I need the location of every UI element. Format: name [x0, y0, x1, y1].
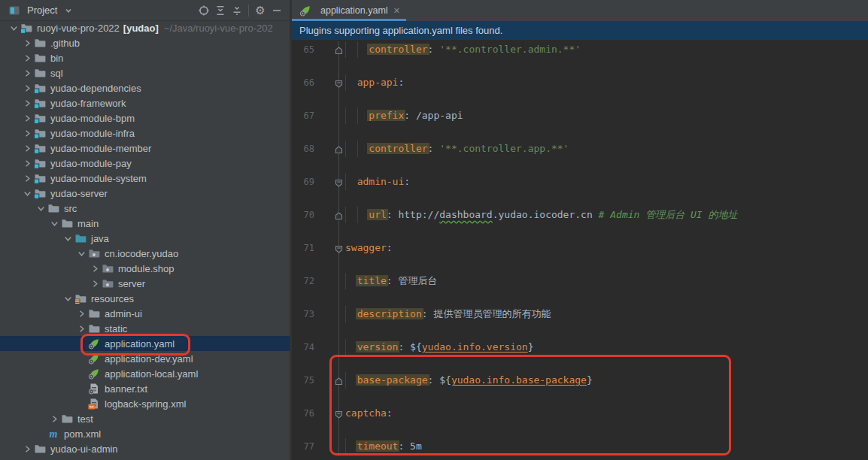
code-token[interactable]: yudao.info.base-package [451, 374, 587, 386]
chevron-expanded-icon[interactable] [21, 187, 34, 199]
code-line-66[interactable]: 66 app-api: [292, 74, 868, 91]
chevron-collapsed-icon[interactable] [21, 443, 34, 455]
code-token: : [428, 143, 440, 154]
chevron-expanded-icon[interactable] [62, 292, 74, 304]
tree-item-label: resources [91, 293, 134, 304]
dropdown-chevron-icon[interactable] [60, 2, 77, 19]
settings-gear-icon[interactable]: ⚙ [252, 2, 269, 19]
tree-item-yudao-module-infra[interactable]: yudao-module-infra [0, 126, 290, 141]
tree-item-pom.xml[interactable]: mpom.xml [0, 426, 290, 441]
code-line-68[interactable]: 68 controller: '**.controller.app.**' [292, 141, 868, 157]
code-line-71[interactable]: 71swagger: [292, 240, 868, 256]
tree-item-yudao-ui-admin[interactable]: yudao-ui-admin [0, 441, 290, 456]
chevron-collapsed-icon[interactable] [89, 262, 102, 274]
code-area[interactable]: 65 controller: '**.controller.admin.**'6… [292, 40, 868, 460]
maven-icon: m [47, 428, 59, 440]
chevron-collapsed-icon[interactable] [21, 112, 34, 124]
code-line-74[interactable]: 74 version: ${yudao.info.version} [292, 339, 868, 356]
tree-item-src[interactable]: src [0, 201, 290, 216]
code-token: : 提供管理员管理的所有功能 [422, 308, 551, 319]
code-line-76[interactable]: 76captcha: [292, 405, 868, 422]
chevron-collapsed-icon[interactable] [75, 322, 88, 334]
chevron-collapsed-icon[interactable] [21, 82, 34, 94]
tree-item-label: module.shop [118, 263, 174, 274]
tree-item-yudao-dependencies[interactable]: yudao-dependencies [0, 80, 290, 95]
tree-item-yudao-server[interactable]: yudao-server [0, 186, 290, 201]
chevron-collapsed-icon[interactable] [21, 142, 34, 154]
tree-item-resources[interactable]: resources [0, 291, 290, 306]
tree-item-module.shop[interactable]: module.shop [0, 261, 290, 276]
code-line-75[interactable]: 75 base-package: ${yudao.info.base-packa… [292, 372, 868, 389]
hide-panel-icon[interactable] [269, 2, 285, 19]
tree-item-ruoyi-vue-pro-2022[interactable]: ruoyi-vue-pro-2022[yudao]~/Java/ruoyi-vu… [0, 20, 290, 35]
tree-item-static[interactable]: static [0, 321, 290, 336]
tree-item-yudao-framework[interactable]: yudao-framework [0, 95, 290, 110]
tree-item-yudao-module-pay[interactable]: yudao-module-pay [0, 156, 290, 171]
chevron-expanded-icon[interactable] [48, 217, 61, 229]
tree-item-cn.iocoder.yudao[interactable]: cn.iocoder.yudao [0, 246, 290, 261]
tree-item-label: yudao-module-infra [50, 128, 135, 139]
collapse-selection-icon[interactable] [229, 2, 245, 19]
tree-item-banner.txt[interactable]: banner.txt [0, 381, 290, 396]
chevron-collapsed-icon[interactable] [21, 37, 34, 49]
chevron-collapsed-icon[interactable] [89, 277, 102, 289]
code-token: description [357, 308, 422, 319]
code-token: : /app-api [404, 110, 463, 121]
tree-item-yudao-module-system[interactable]: yudao-module-system [0, 171, 290, 186]
code-token[interactable]: yudao.info.version [422, 341, 528, 353]
tree-item-application-dev.yaml[interactable]: application-dev.yaml [0, 351, 290, 366]
fold-marker-icon[interactable] [334, 77, 344, 87]
chevron-placeholder [75, 337, 88, 350]
chevron-collapsed-icon[interactable] [21, 157, 34, 169]
tree-item-yudao-module-bpm[interactable]: yudao-module-bpm [0, 110, 290, 126]
tree-item-java[interactable]: java [0, 231, 290, 246]
code-token: : [404, 176, 410, 187]
project-panel-header: Project ⚙ [0, 0, 290, 21]
tree-item-.github[interactable]: .github [0, 35, 290, 50]
code-line-77[interactable]: 77 timeout: 5m [292, 438, 868, 455]
tree-item-bin[interactable]: bin [0, 50, 290, 65]
tree-item-server[interactable]: server [0, 276, 290, 291]
code-text: controller: '**.controller.admin.**' [345, 41, 581, 58]
fold-marker-icon[interactable] [334, 144, 344, 153]
module-icon [34, 157, 46, 169]
collapse-all-icon[interactable] [212, 2, 229, 19]
tab-application-yaml[interactable]: application.yaml ✕ [292, 0, 406, 21]
code-line-65[interactable]: 65 controller: '**.controller.admin.**' [292, 41, 868, 58]
code-line-69[interactable]: 69 admin-ui: [292, 174, 868, 190]
tree-item-admin-ui[interactable]: admin-ui [0, 306, 290, 321]
tree-item-test[interactable]: test [0, 411, 290, 426]
fold-marker-icon[interactable] [334, 408, 344, 418]
chevron-expanded-icon[interactable] [8, 22, 20, 34]
code-line-70[interactable]: 70 url: http://dashboard.yudao.iocoder.c… [292, 207, 868, 223]
tree-item-label: application-dev.yaml [105, 353, 193, 365]
tree-item-partial[interactable] [0, 456, 290, 460]
close-icon[interactable]: ✕ [393, 6, 400, 16]
chevron-collapsed-icon[interactable] [21, 52, 34, 64]
chevron-expanded-icon[interactable] [62, 232, 74, 244]
chevron-collapsed-icon[interactable] [21, 67, 34, 79]
chevron-expanded-icon[interactable] [35, 202, 47, 214]
tree-item-sql[interactable]: sql [0, 65, 290, 80]
chevron-collapsed-icon[interactable] [75, 307, 88, 319]
tree-item-logback-spring.xml[interactable]: <>logback-spring.xml [0, 396, 290, 411]
tree-item-main[interactable]: main [0, 216, 290, 231]
fold-marker-icon[interactable] [334, 44, 344, 54]
locate-icon[interactable] [196, 2, 212, 19]
chevron-collapsed-icon[interactable] [21, 172, 34, 184]
chevron-expanded-icon[interactable] [75, 247, 88, 259]
tree-item-application-local.yaml[interactable]: application-local.yaml [0, 366, 290, 381]
code-line-67[interactable]: 67 prefix: /app-api [292, 107, 868, 124]
code-line-72[interactable]: 72 title: 管理后台 [292, 273, 868, 289]
tree-item-yudao-module-member[interactable]: yudao-module-member [0, 141, 290, 156]
chevron-collapsed-icon[interactable] [21, 127, 34, 139]
fold-marker-icon[interactable] [334, 210, 344, 219]
fold-marker-icon[interactable] [334, 243, 344, 253]
line-number: 65 [292, 41, 314, 58]
tree-item-application.yaml[interactable]: application.yaml [0, 336, 290, 351]
fold-marker-icon[interactable] [334, 375, 344, 385]
chevron-collapsed-icon[interactable] [48, 413, 61, 425]
code-line-73[interactable]: 73 description: 提供管理员管理的所有功能 [292, 306, 868, 322]
fold-marker-icon[interactable] [334, 177, 344, 186]
chevron-collapsed-icon[interactable] [21, 97, 34, 109]
